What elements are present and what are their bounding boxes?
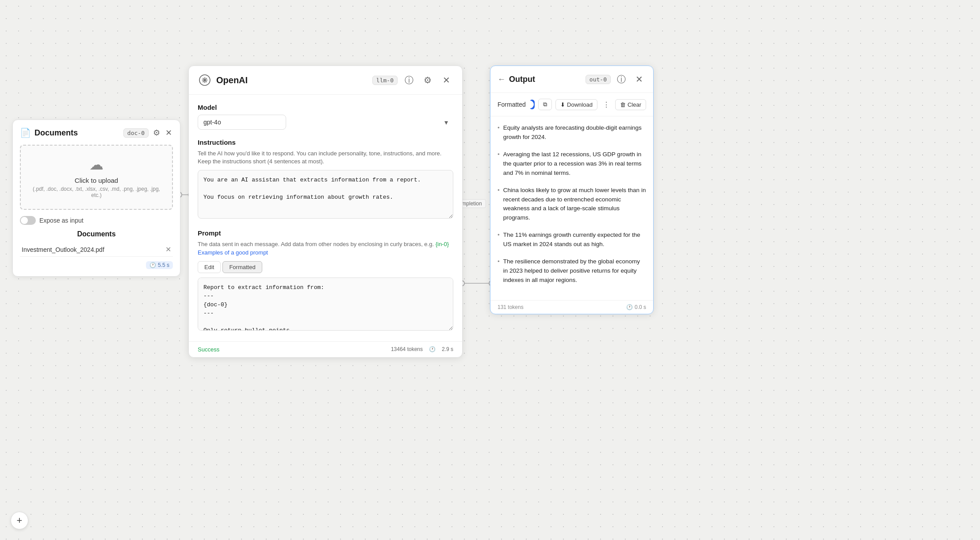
output-time: 0.0 s — [635, 304, 646, 310]
instructions-desc: Tell the AI how you'd like it to respond… — [198, 150, 453, 166]
tokens-count: 13464 tokens — [391, 346, 423, 352]
openai-close-button[interactable]: ✕ — [439, 73, 453, 87]
openai-header: OpenAI llm-0 ⓘ ⚙ ✕ — [189, 66, 462, 95]
upload-icon: ☁ — [28, 156, 165, 173]
doc-time: 5.5 s — [158, 262, 169, 268]
output-badge: out-0 — [586, 75, 611, 84]
add-node-button[interactable]: + — [11, 512, 28, 529]
document-icon: 📄 — [20, 127, 31, 138]
instructions-label: Instructions — [198, 139, 453, 146]
clock-icon: 🕐 — [149, 262, 156, 268]
clear-button[interactable]: 🗑 Clear — [615, 99, 646, 110]
openai-panel: OpenAI llm-0 ⓘ ⚙ ✕ Model gpt-4o gpt-4 gp… — [188, 66, 463, 358]
trash-icon: 🗑 — [620, 101, 626, 108]
examples-link[interactable]: Examples of a good prompt — [198, 249, 268, 256]
documents-panel-header: 📄 Documents doc-0 ⚙ ✕ — [20, 127, 173, 139]
expose-toggle[interactable] — [20, 216, 36, 225]
prompt-section: Prompt The data sent in each message. Ad… — [198, 229, 453, 256]
output-panel: ← Output out-0 ⓘ ✕ Formatted ⧉ ⬇ Downloa… — [490, 66, 654, 314]
openai-badge: llm-0 — [372, 76, 398, 85]
upload-area[interactable]: ☁ Click to upload (.pdf, .doc, .docx, .t… — [20, 145, 173, 210]
expose-row: Expose as input — [20, 216, 173, 225]
formatted-label: Formatted — [498, 101, 526, 108]
file-item: Investment_Outlook_2024.pdf ✕ — [20, 243, 173, 257]
openai-info-button[interactable]: ⓘ — [402, 73, 416, 87]
upload-text: Click to upload — [28, 177, 165, 184]
list-item: The resilience demonstrated by the globa… — [498, 257, 646, 285]
formatted-row: Formatted ⧉ ⬇ Download ⋮ 🗑 Clear — [490, 93, 653, 116]
model-select[interactable]: gpt-4o gpt-4 gpt-3.5-turbo — [198, 115, 286, 130]
formatted-toggle[interactable] — [529, 100, 535, 109]
output-header: ← Output out-0 ⓘ ✕ — [490, 66, 653, 93]
output-close-button[interactable]: ✕ — [632, 72, 646, 86]
expose-label: Expose as input — [39, 217, 84, 224]
prompt-tab-row: Edit Formatted — [198, 261, 453, 273]
documents-settings-button[interactable]: ⚙ — [152, 127, 161, 139]
status-badge: Success — [198, 346, 219, 353]
output-tokens: 131 tokens — [498, 304, 524, 310]
documents-close-button[interactable]: ✕ — [165, 127, 173, 139]
prompt-label: Prompt — [198, 229, 453, 237]
list-item: Equity analysts are forecasting double-d… — [498, 123, 646, 142]
upload-hint: (.pdf, .doc, .docx, .txt, .xlsx, .csv, .… — [28, 186, 165, 198]
prompt-ref-example: {in-0} — [436, 241, 449, 247]
clock-icon-output: 🕐 0.0 s — [626, 304, 646, 310]
list-item: The 11% earnings growth currently expect… — [498, 231, 646, 249]
tab-formatted[interactable]: Formatted — [222, 261, 262, 273]
output-header-actions: ⓘ ✕ — [614, 72, 646, 86]
prompt-textarea[interactable]: Report to extract information from: --- … — [198, 278, 453, 331]
download-icon: ⬇ — [560, 101, 565, 108]
openai-title: OpenAI — [216, 75, 368, 85]
list-item: China looks likely to grow at much lower… — [498, 186, 646, 223]
download-button[interactable]: ⬇ Download — [555, 99, 597, 110]
documents-badge: doc-0 — [123, 128, 149, 138]
file-remove-button[interactable]: ✕ — [165, 245, 171, 254]
model-select-wrapper: gpt-4o gpt-4 gpt-3.5-turbo ▾ — [198, 115, 453, 130]
documents-section-title: Documents — [20, 230, 173, 238]
clear-label: Clear — [628, 101, 641, 108]
documents-title: Documents — [34, 128, 120, 138]
output-body: Equity analysts are forecasting double-d… — [490, 116, 653, 300]
footer-metrics: 13464 tokens 🕐 2.9 s — [391, 346, 453, 352]
doc-status-bar: 🕐 5.5 s — [20, 261, 173, 269]
tab-edit[interactable]: Edit — [198, 261, 221, 273]
chevron-down-icon: ▾ — [444, 118, 448, 127]
openai-header-actions: ⓘ ⚙ ✕ — [402, 73, 453, 87]
output-info-button[interactable]: ⓘ — [614, 72, 628, 86]
documents-panel: 📄 Documents doc-0 ⚙ ✕ ☁ Click to upload … — [12, 120, 180, 277]
instructions-textarea[interactable]: You are an AI assistan that extracts inf… — [198, 170, 453, 219]
output-list: Equity analysts are forecasting double-d… — [498, 123, 646, 285]
list-item: Averaging the last 12 recessions, US GDP… — [498, 150, 646, 178]
openai-body: Model gpt-4o gpt-4 gpt-3.5-turbo ▾ Instr… — [189, 95, 462, 341]
openai-logo-icon — [198, 73, 212, 87]
copy-button[interactable]: ⧉ — [538, 99, 552, 110]
output-footer: 131 tokens 🕐 0.0 s — [490, 300, 653, 314]
prompt-desc: The data sent in each message. Add data … — [198, 240, 453, 256]
file-name: Investment_Outlook_2024.pdf — [22, 246, 104, 253]
model-label: Model — [198, 104, 453, 111]
back-button[interactable]: ← — [498, 75, 505, 84]
more-options-button[interactable]: ⋮ — [601, 97, 612, 112]
openai-settings-button[interactable]: ⚙ — [421, 73, 435, 87]
openai-footer: Success 13464 tokens 🕐 2.9 s — [189, 341, 462, 357]
doc-time-badge: 🕐 5.5 s — [146, 261, 173, 269]
download-label: Download — [567, 101, 593, 108]
clock-icon-openai: 🕐 — [429, 346, 436, 352]
openai-time: 2.9 s — [442, 346, 453, 352]
output-title: Output — [509, 75, 582, 84]
